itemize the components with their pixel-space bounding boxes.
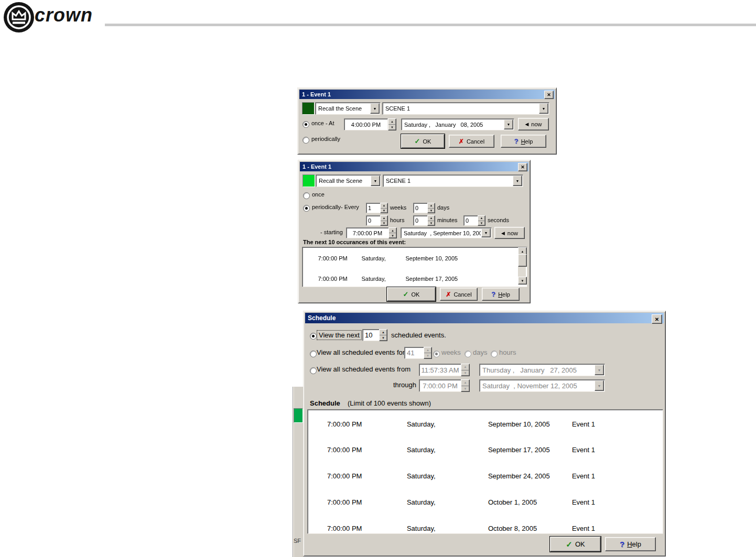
combo-arrow-icon[interactable]: ▼ bbox=[504, 119, 513, 129]
scroll-down-button[interactable]: ▼ bbox=[518, 277, 527, 285]
schedule-event-row[interactable]: 7:00:00 PMSaturday,October 8, 2005Event … bbox=[308, 516, 663, 534]
dialog3-from-time-field[interactable]: 11:57:33 AM bbox=[419, 364, 461, 376]
dialog3-unit-weeks-radio[interactable] bbox=[433, 351, 440, 357]
combo-arrow-icon[interactable]: ▼ bbox=[595, 365, 604, 375]
combo-arrow-icon[interactable]: ▼ bbox=[595, 380, 604, 391]
dialog2-list-scrollbar[interactable]: ▲ ▼ bbox=[518, 247, 526, 285]
spin-down-icon[interactable]: ▼ bbox=[478, 221, 485, 226]
dialog2-start-date-combo[interactable]: Saturday , September 10, 2005 ▼ bbox=[401, 227, 492, 238]
dialog1-event-type-combo[interactable]: Recall the Scene ▼ bbox=[315, 102, 381, 115]
dialog1-event-type-value: Recall the Scene bbox=[316, 103, 370, 114]
dialog1-once-radio[interactable] bbox=[303, 121, 309, 128]
spin-up-icon[interactable]: ▲ bbox=[389, 228, 396, 233]
schedule-event-row[interactable]: 7:00:00 PMSaturday,September 17, 2005Eve… bbox=[308, 438, 663, 464]
dialog3-close-button[interactable]: ✕ bbox=[652, 314, 662, 324]
schedule-event-row[interactable]: 7:00:00 PMSaturday,September 24, 2005Eve… bbox=[308, 464, 663, 490]
dialog3-ok-button[interactable]: ✓ OK bbox=[550, 537, 601, 552]
spin-down-icon[interactable]: ▼ bbox=[389, 233, 396, 238]
dialog2-event-type-combo[interactable]: Recall the Scene ▼ bbox=[316, 174, 381, 187]
combo-arrow-icon[interactable]: ▼ bbox=[513, 176, 522, 186]
dialog1-help-button[interactable]: ? Help bbox=[501, 135, 546, 148]
dialog3-to-date-combo[interactable]: Saturday , November 12, 2005 ▼ bbox=[479, 379, 605, 392]
dialog3-schedule-note: (Limit of 100 events shown) bbox=[348, 399, 431, 407]
dialog3-view-next-radio[interactable] bbox=[310, 333, 317, 340]
combo-arrow-icon[interactable]: ▼ bbox=[539, 103, 548, 114]
combo-arrow-icon[interactable]: ▼ bbox=[371, 176, 380, 186]
dialog1-cancel-button[interactable]: ✗ Cancel bbox=[449, 135, 494, 148]
dialog3-titlebar[interactable]: Schedule bbox=[305, 313, 664, 323]
spin-down-icon[interactable]: ▼ bbox=[388, 125, 396, 130]
dialog3-view-range-radio[interactable] bbox=[310, 367, 317, 374]
spin-up-icon[interactable]: ▲ bbox=[428, 216, 435, 221]
dialog2-scene-combo[interactable]: SCENE 1 ▼ bbox=[383, 174, 523, 187]
dialog2-weeks-spinner[interactable]: ▲ ▼ bbox=[380, 203, 388, 213]
dialog2-once-radio[interactable] bbox=[303, 192, 310, 199]
dialog1-periodically-radio[interactable] bbox=[303, 137, 309, 144]
combo-arrow-icon[interactable]: ▼ bbox=[481, 228, 491, 237]
dialog1-time-spinner[interactable]: ▲ ▼ bbox=[388, 118, 396, 130]
dialog2-start-time-spinner[interactable]: ▲ ▼ bbox=[388, 227, 397, 238]
dialog1-now-button[interactable]: ◀ now bbox=[518, 118, 549, 130]
scroll-thumb[interactable] bbox=[518, 254, 527, 267]
dialog3-to-time-spinner[interactable]: ▲ ▼ bbox=[461, 379, 470, 392]
spin-down-icon[interactable]: ▼ bbox=[428, 209, 435, 213]
spin-up-icon[interactable]: ▲ bbox=[424, 347, 431, 353]
dialog2-days-spinner[interactable]: ▲ ▼ bbox=[427, 203, 435, 213]
dialog3-from-date-combo[interactable]: Thursday , January 27, 2005 ▼ bbox=[479, 364, 605, 376]
dialog2-seconds-spinner[interactable]: ▲ ▼ bbox=[478, 215, 485, 226]
spin-down-icon[interactable]: ▼ bbox=[428, 221, 435, 226]
spin-up-icon[interactable]: ▲ bbox=[381, 203, 387, 209]
dialog2-start-time-field[interactable]: 7:00:00 PM bbox=[346, 227, 389, 238]
dialog1-scene-combo[interactable]: SCENE 1 ▼ bbox=[382, 102, 549, 115]
occurrence-row[interactable]: 7:00:00 PMSaturday,September 10, 2005 bbox=[303, 248, 527, 269]
dialog3-help-button[interactable]: ? Help bbox=[605, 537, 656, 551]
dialog1-once-label: once bbox=[311, 120, 324, 126]
dialog2-periodically-label: periodically- Every bbox=[312, 204, 359, 210]
check-icon: ✓ bbox=[403, 290, 409, 298]
occurrence-row[interactable]: 7:00:00 PMSaturday,September 17, 2005 bbox=[303, 269, 527, 287]
schedule-event-row[interactable]: 7:00:00 PMSaturday,October 1, 2005Event … bbox=[308, 489, 663, 516]
dialog3-unit-days-radio[interactable] bbox=[465, 351, 471, 357]
dialog3-from-time-spinner[interactable]: ▲ ▼ bbox=[461, 364, 470, 376]
dialog2-help-button[interactable]: ? Help bbox=[482, 288, 520, 301]
schedule-event-row[interactable]: 7:00:00 PMSaturday,September 10, 2005Eve… bbox=[308, 411, 663, 438]
spin-down-icon[interactable]: ▼ bbox=[381, 221, 387, 226]
dialog2-hours-spinner[interactable]: ▲ ▼ bbox=[380, 215, 388, 226]
spin-down-icon[interactable]: ▼ bbox=[380, 335, 387, 341]
dialog2-close-button[interactable]: ✕ bbox=[518, 163, 527, 171]
dialog1-time-field[interactable]: 4:00:00 PM bbox=[344, 118, 388, 130]
header-divider bbox=[105, 24, 756, 26]
spin-up-icon[interactable]: ▲ bbox=[478, 216, 485, 221]
question-icon: ? bbox=[620, 540, 624, 549]
dialog3-view-next-spinner[interactable]: ▲ ▼ bbox=[379, 329, 387, 341]
spin-down-icon[interactable]: ▼ bbox=[461, 386, 469, 392]
spin-down-icon[interactable]: ▼ bbox=[461, 370, 469, 376]
dialog1-ok-button[interactable]: ✓ OK bbox=[401, 134, 445, 148]
dialog3-view-all-radio[interactable] bbox=[310, 351, 317, 357]
dialog3-schedule-list[interactable]: 7:00:00 PMSaturday,September 10, 2005Eve… bbox=[307, 409, 663, 534]
dialog3-view-all-count-field[interactable]: 41 bbox=[404, 347, 426, 359]
spin-up-icon[interactable]: ▲ bbox=[428, 203, 435, 209]
dialog2-periodically-radio[interactable] bbox=[303, 205, 310, 212]
dialog2-minutes-spinner[interactable]: ▲ ▼ bbox=[427, 215, 435, 226]
dialog2-titlebar[interactable]: 1 - Event 1 bbox=[300, 162, 528, 171]
dialog2-cancel-button[interactable]: ✗ Cancel bbox=[440, 288, 478, 301]
spin-down-icon[interactable]: ▼ bbox=[381, 209, 387, 213]
dialog1-titlebar[interactable]: 1 - Event 1 bbox=[299, 90, 555, 99]
dialog3-unit-hours-radio[interactable] bbox=[491, 351, 498, 357]
dialog2-scene-value: SCENE 1 bbox=[383, 175, 512, 187]
dialog2-occurrences-list[interactable]: 7:00:00 PMSaturday,September 10, 2005 7:… bbox=[302, 247, 527, 287]
spin-down-icon[interactable]: ▼ bbox=[424, 353, 431, 358]
dialog2-now-button[interactable]: ◀ now bbox=[494, 227, 525, 239]
spin-up-icon[interactable]: ▲ bbox=[461, 364, 469, 370]
dialog1-close-button[interactable]: ✕ bbox=[544, 91, 554, 99]
spin-up-icon[interactable]: ▲ bbox=[380, 330, 387, 335]
dialog2-ok-button[interactable]: ✓ OK bbox=[387, 287, 436, 301]
combo-arrow-icon[interactable]: ▼ bbox=[370, 103, 380, 114]
spin-up-icon[interactable]: ▲ bbox=[381, 216, 387, 221]
dialog3-to-time-field[interactable]: 7:00:00 PM bbox=[419, 379, 461, 392]
dialog3-view-all-spinner[interactable]: ▲ ▼ bbox=[424, 347, 432, 359]
spin-up-icon[interactable]: ▲ bbox=[388, 119, 396, 125]
dialog1-date-combo[interactable]: Saturday , January 08, 2005 ▼ bbox=[401, 118, 514, 130]
spin-up-icon[interactable]: ▲ bbox=[461, 380, 469, 386]
